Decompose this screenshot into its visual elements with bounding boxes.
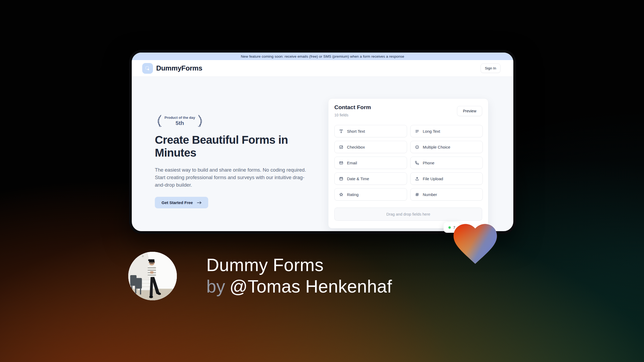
field-tile-label: Multiple Choice xyxy=(423,145,451,149)
checkbox-icon xyxy=(339,145,343,149)
field-tile-label: Date & Time xyxy=(347,176,369,181)
laurel-left-icon xyxy=(155,114,163,128)
field-tile-email[interactable]: Email xyxy=(334,157,407,169)
field-tile-short-text[interactable]: Short Text xyxy=(334,125,407,137)
star-icon xyxy=(339,192,343,197)
preview-button[interactable]: Preview xyxy=(457,106,482,116)
field-tile-label: Phone xyxy=(423,161,434,165)
hero-title: Create Beautiful Forms in Minutes xyxy=(155,134,310,159)
brand-name: DummyForms xyxy=(156,64,202,72)
get-started-label: Get Started Free xyxy=(162,200,193,205)
field-tile-label: Checkbox xyxy=(347,145,365,149)
promo-banner: New feature coming soon: receive emails … xyxy=(132,53,513,60)
product-of-the-day-badge: Product of the day 5th xyxy=(155,114,205,128)
field-tile-label: Number xyxy=(423,192,437,197)
hash-icon xyxy=(415,192,419,197)
hero-description: The easiest way to build and share onlin… xyxy=(155,166,310,189)
maker-avatar xyxy=(128,252,177,300)
upload-icon xyxy=(415,176,419,181)
field-tile-label: Rating xyxy=(347,192,358,197)
field-grid: Short TextLong TextCheckboxMultiple Choi… xyxy=(334,125,483,201)
site-header: DummyForms Sign In xyxy=(132,60,513,77)
phone-icon xyxy=(415,161,419,165)
award-title: Product of the day xyxy=(164,116,195,120)
lines-icon xyxy=(415,129,419,134)
award-rank: 5th xyxy=(175,120,184,126)
form-builder-card: Contact Form 10 fields Preview Short Tex… xyxy=(328,98,488,228)
caption-author-line: by@Tomas Henkenhaf xyxy=(206,276,392,297)
field-tile-checkbox[interactable]: Checkbox xyxy=(334,141,407,153)
caption-author: @Tomas Henkenhaf xyxy=(230,276,392,296)
field-tile-multiple-choice[interactable]: Multiple Choice xyxy=(410,141,483,153)
field-tile-label: File Upload xyxy=(423,176,443,181)
browser-window: New feature coming soon: receive emails … xyxy=(129,50,516,234)
gradient-heart-icon xyxy=(449,217,501,265)
laurel-right-icon xyxy=(197,114,205,128)
brand-logo[interactable]: DummyForms xyxy=(142,63,202,74)
field-tile-label: Long Text xyxy=(423,129,440,134)
promo-banner-text: New feature coming soon: receive emails … xyxy=(241,54,404,58)
caption-title: Dummy Forms xyxy=(206,254,392,276)
field-tile-file-upload[interactable]: File Upload xyxy=(410,172,483,185)
drag-drop-zone-text: Drag and drop fields here xyxy=(386,212,430,216)
form-card-title: Contact Form xyxy=(334,104,371,110)
field-tile-date-time[interactable]: Date & Time xyxy=(334,172,407,185)
text-icon xyxy=(339,129,343,134)
radio-icon xyxy=(415,145,419,149)
field-tile-label: Short Text xyxy=(347,129,365,134)
drag-select-cursor-icon xyxy=(142,63,153,74)
field-tile-label: Email xyxy=(347,161,357,165)
field-tile-rating[interactable]: Rating xyxy=(334,188,407,201)
envelope-icon xyxy=(339,161,343,165)
page-background: New feature coming soon: receive emails … xyxy=(0,0,644,362)
sign-in-button[interactable]: Sign In xyxy=(481,64,500,73)
field-tile-long-text[interactable]: Long Text xyxy=(410,125,483,137)
arrow-right-icon xyxy=(197,201,202,204)
caption: Dummy Forms by@Tomas Henkenhaf xyxy=(206,254,392,297)
get-started-button[interactable]: Get Started Free xyxy=(155,197,208,208)
caption-by: by xyxy=(206,276,225,296)
field-tile-phone[interactable]: Phone xyxy=(410,157,483,169)
form-card-field-count: 10 fields xyxy=(334,113,348,117)
calendar-icon xyxy=(339,176,343,181)
field-tile-number[interactable]: Number xyxy=(410,188,483,201)
